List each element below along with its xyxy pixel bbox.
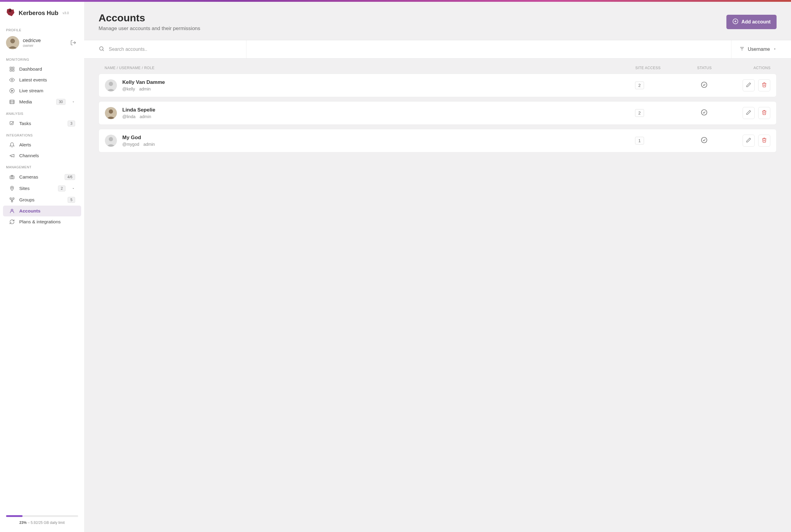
- profile-role: owner: [23, 43, 65, 48]
- sidebar-item-label: Media: [19, 99, 52, 104]
- pin-icon: [9, 186, 15, 191]
- search-wrap[interactable]: [84, 40, 247, 58]
- pencil-icon: [746, 82, 751, 89]
- svg-point-7: [12, 79, 13, 81]
- svg-point-33: [109, 82, 113, 86]
- account-info: Linda Sepelie@lindaadmin: [122, 107, 635, 119]
- account-status: [683, 137, 725, 145]
- account-role: admin: [139, 87, 151, 91]
- account-role: admin: [143, 142, 155, 147]
- rows-container: Kelly Van Damme@kellyadmin2Linda Sepelie…: [99, 74, 776, 152]
- search-input[interactable]: [109, 46, 238, 52]
- usage-percent: 23%: [20, 520, 27, 525]
- sidebar-footer: 23% – 5.92/25 GB daily limit: [0, 512, 84, 532]
- delete-button[interactable]: [758, 135, 770, 147]
- sidebar-item-label: Accounts: [19, 208, 75, 214]
- sidebar-badge: 2: [58, 186, 65, 191]
- edit-button[interactable]: [742, 79, 755, 91]
- delete-button[interactable]: [758, 79, 770, 91]
- delete-button[interactable]: [758, 107, 770, 119]
- svg-rect-18: [10, 198, 12, 199]
- check-circle-icon: [701, 81, 708, 89]
- account-username: @linda: [122, 114, 136, 119]
- sidebar: Kerberos Hub v3.0 PROFILE cedricve owner…: [0, 0, 84, 532]
- sidebar-item-live-stream[interactable]: Live stream: [3, 86, 81, 96]
- section-management: MANAGEMENT: [0, 161, 84, 171]
- plus-circle-icon: [732, 18, 738, 25]
- col-actions: ACTIONS: [726, 66, 771, 70]
- sidebar-item-label: Latest events: [19, 77, 75, 83]
- site-access-badge: 2: [635, 109, 644, 117]
- add-account-button[interactable]: Add account: [727, 15, 776, 29]
- sidebar-item-media[interactable]: Media30: [3, 96, 81, 108]
- network-icon: [9, 197, 15, 203]
- sort-dropdown[interactable]: Username: [731, 40, 791, 58]
- account-row[interactable]: Linda Sepelie@lindaadmin2: [99, 101, 776, 125]
- account-role: admin: [140, 114, 151, 119]
- brand-name: Kerberos Hub: [19, 10, 58, 17]
- account-site-access: 1: [635, 137, 683, 145]
- top-accent-bar: [0, 0, 791, 2]
- svg-point-34: [701, 82, 707, 88]
- sidebar-badge: 5: [67, 197, 75, 203]
- avatar: [105, 79, 117, 91]
- account-row[interactable]: Kelly Van Damme@kellyadmin2: [99, 74, 776, 97]
- sidebar-item-cameras[interactable]: Cameras4/6: [3, 171, 81, 183]
- sidebar-item-alerts[interactable]: Alerts: [3, 139, 81, 150]
- usage-text: 23% – 5.92/25 GB daily limit: [6, 520, 78, 525]
- sidebar-item-channels[interactable]: Channels: [3, 150, 81, 161]
- search-icon: [99, 46, 104, 53]
- brand[interactable]: Kerberos Hub v3.0: [0, 6, 84, 24]
- site-access-badge: 1: [635, 137, 644, 145]
- account-username: @mygod: [122, 142, 139, 147]
- add-account-label: Add account: [741, 19, 771, 25]
- refresh-icon: [9, 219, 15, 225]
- chevron-down-icon: [773, 46, 776, 52]
- sidebar-badge: 30: [56, 99, 65, 105]
- account-name: Linda Sepelie: [122, 107, 635, 113]
- section-analysis: ANALYSIS: [0, 108, 84, 118]
- profile-row[interactable]: cedricve owner: [0, 34, 84, 54]
- section-integrations: INTEGRATIONS: [0, 129, 84, 139]
- svg-rect-3: [10, 67, 12, 69]
- account-site-access: 2: [635, 109, 683, 117]
- svg-rect-4: [13, 67, 14, 69]
- sidebar-item-dashboard[interactable]: Dashboard: [3, 64, 81, 75]
- logout-button[interactable]: [69, 38, 78, 48]
- avatar: [6, 36, 19, 49]
- sidebar-item-tasks[interactable]: Tasks3: [3, 118, 81, 129]
- usage-detail: – 5.92/25 GB daily limit: [27, 520, 65, 525]
- sidebar-item-sites[interactable]: Sites2: [3, 183, 81, 194]
- sidebar-item-groups[interactable]: Groups5: [3, 194, 81, 206]
- edit-button[interactable]: [742, 107, 755, 119]
- chevron-down-icon[interactable]: [72, 187, 75, 190]
- svg-point-40: [701, 137, 707, 143]
- page-header: Accounts Manage user accounts and their …: [99, 12, 776, 32]
- svg-rect-5: [10, 70, 12, 71]
- table-header: NAME / USERNAME / ROLE SITE ACCESS STATU…: [99, 59, 776, 74]
- avatar: [105, 107, 117, 119]
- avatar: [105, 135, 117, 147]
- col-access: SITE ACCESS: [635, 66, 683, 70]
- sidebar-item-label: Cameras: [19, 174, 60, 180]
- sidebar-item-label: Channels: [19, 153, 75, 158]
- account-status: [683, 81, 725, 89]
- sidebar-item-label: Plans & integrations: [19, 219, 75, 225]
- film-icon: [9, 99, 15, 104]
- page-subtitle: Manage user accounts and their permissio…: [99, 25, 200, 32]
- filter-icon: [739, 46, 745, 53]
- chevron-down-icon[interactable]: [72, 100, 75, 104]
- sidebar-item-plans[interactable]: Plans & integrations: [3, 216, 81, 227]
- account-row[interactable]: My God@mygodadmin1: [99, 129, 776, 152]
- svg-line-28: [103, 50, 104, 51]
- sidebar-item-accounts[interactable]: Accounts: [3, 206, 81, 216]
- pencil-icon: [746, 110, 751, 116]
- edit-button[interactable]: [742, 135, 755, 147]
- sidebar-item-latest-events[interactable]: Latest events: [3, 75, 81, 86]
- svg-rect-14: [10, 121, 13, 125]
- sidebar-item-label: Tasks: [19, 121, 63, 126]
- svg-point-17: [12, 187, 13, 188]
- play-icon: [9, 88, 15, 94]
- account-name: Kelly Van Damme: [122, 79, 635, 86]
- account-name: My God: [122, 135, 635, 141]
